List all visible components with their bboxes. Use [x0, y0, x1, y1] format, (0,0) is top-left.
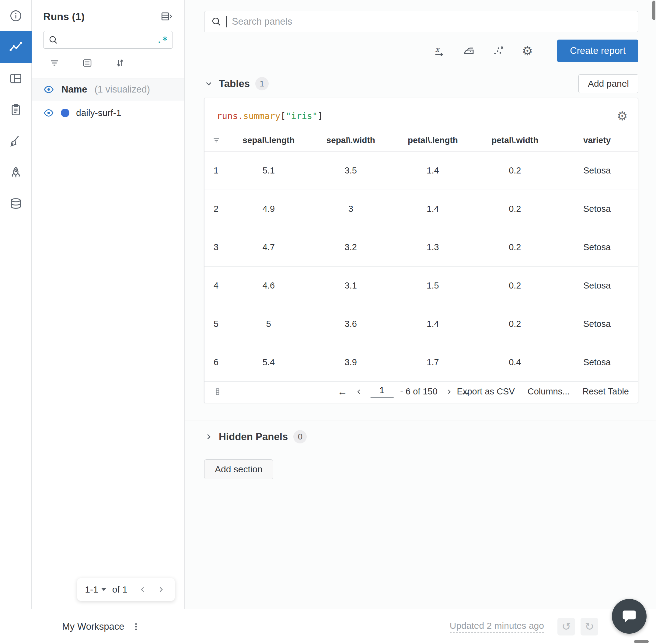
table-footer: ← - 6 of 150 → — [205, 382, 638, 402]
nav-overview[interactable] — [0, 0, 32, 31]
add-section-button[interactable]: Add section — [204, 459, 273, 479]
table-cell: 3.5 — [310, 152, 392, 190]
smoothing-iron-icon — [463, 44, 475, 57]
name-column-label[interactable]: Name — [62, 84, 87, 95]
row-index-link[interactable]: 5 — [205, 305, 228, 343]
reset-table-button[interactable]: Reset Table — [582, 387, 629, 396]
vertical-scrollbar[interactable] — [652, 1, 655, 20]
prev-page-button[interactable] — [354, 387, 364, 396]
table-cell: Setosa — [556, 267, 638, 305]
table-cell: 3.1 — [310, 267, 392, 305]
table-expand-icon — [161, 10, 173, 23]
filter-button[interactable] — [49, 58, 60, 68]
workspace-settings-button[interactable]: ⚙ — [522, 45, 533, 57]
info-icon — [9, 9, 23, 23]
table-cell: Setosa — [556, 343, 638, 382]
row-index-link[interactable]: 3 — [205, 228, 228, 267]
visibility-all-toggle[interactable] — [43, 84, 54, 95]
column-header[interactable]: sepal\.width — [310, 129, 392, 152]
rows-icon — [214, 388, 221, 396]
runs-header: Runs (1) — [32, 0, 184, 23]
nav-workspace[interactable] — [0, 31, 32, 63]
bottom-bar: My Workspace Updated 2 minutes ago ↺ ↻ — [0, 609, 656, 644]
row-index-link[interactable]: 4 — [205, 267, 228, 305]
nav-launch[interactable] — [0, 157, 32, 188]
eye-icon — [43, 84, 54, 95]
column-header[interactable]: petal\.length — [392, 129, 474, 152]
table-cell: 3.2 — [310, 228, 392, 267]
section-title[interactable]: Tables — [219, 78, 250, 90]
workspace-main: x — [185, 0, 656, 609]
table-cell: 0.2 — [474, 267, 556, 305]
nav-logs[interactable] — [0, 94, 32, 125]
panels-icon — [9, 72, 23, 85]
row-index-link[interactable]: 6 — [205, 343, 228, 382]
outliers-button[interactable] — [492, 44, 505, 57]
panel-search-input[interactable] — [232, 16, 631, 27]
runs-toolbar — [49, 58, 184, 68]
nav-sweeps[interactable] — [0, 125, 32, 157]
add-panel-button[interactable]: Add panel — [579, 74, 638, 93]
next-page-button[interactable] — [444, 387, 454, 396]
chat-bubble-icon — [621, 608, 637, 624]
sort-button[interactable] — [115, 58, 125, 68]
undo-button[interactable]: ↺ — [557, 618, 575, 636]
row-height-button[interactable] — [214, 388, 221, 396]
nav-artifacts[interactable] — [0, 188, 32, 220]
search-icon — [48, 35, 58, 45]
page-range-dropdown[interactable]: 1-1 — [85, 584, 106, 595]
redo-button[interactable]: ↻ — [581, 618, 598, 636]
runs-title: Runs (1) — [43, 10, 85, 23]
run-color-dot[interactable] — [61, 109, 69, 117]
redo-icon: ↻ — [585, 620, 594, 633]
column-filter-button[interactable] — [205, 129, 228, 152]
app-shell: Runs (1) .* — [0, 0, 656, 609]
row-index-link[interactable]: 2 — [205, 190, 228, 228]
chevron-left-icon — [138, 585, 147, 594]
rocket-icon — [9, 166, 23, 179]
table-row: 1 5.1 3.5 1.4 0.2 Setosa — [205, 152, 638, 190]
runs-search-input[interactable] — [62, 35, 153, 45]
x-axis-icon: x — [433, 44, 445, 57]
first-page-button[interactable]: ← — [337, 387, 347, 396]
table-cell: 0.2 — [474, 228, 556, 267]
column-header[interactable]: petal\.width — [474, 129, 556, 152]
row-index-link[interactable]: 1 — [205, 152, 228, 190]
table-cell: 3.6 — [310, 305, 392, 343]
collapse-section-button[interactable] — [204, 79, 213, 88]
expand-section-button[interactable] — [204, 432, 213, 441]
text-caret — [226, 16, 227, 27]
chevron-right-icon — [204, 432, 213, 441]
run-name[interactable]: daily-surf-1 — [76, 108, 121, 118]
kebab-icon — [132, 622, 141, 631]
page-number-input[interactable] — [370, 385, 393, 398]
workspace-name[interactable]: My Workspace — [62, 621, 124, 632]
table-cell: Setosa — [556, 152, 638, 190]
group-button[interactable] — [82, 58, 93, 68]
section-title[interactable]: Hidden Panels — [219, 431, 288, 442]
chevron-down-icon — [204, 79, 213, 88]
expand-table-button[interactable] — [161, 10, 173, 23]
panel-settings-button[interactable]: ⚙ — [617, 110, 628, 122]
columns-button[interactable]: Columns... — [528, 387, 570, 396]
workspace-toolbar: x — [204, 40, 638, 62]
workspace-menu-button[interactable] — [132, 622, 141, 631]
create-report-button[interactable]: Create report — [557, 40, 638, 62]
last-page-button[interactable]: → — [461, 387, 470, 396]
scatter-points-icon — [492, 44, 505, 57]
column-header[interactable]: variety — [556, 129, 638, 152]
help-chat-button[interactable] — [612, 599, 647, 634]
column-header[interactable]: sepal\.length — [228, 129, 310, 152]
next-page-button[interactable] — [155, 583, 167, 596]
prev-page-button[interactable] — [137, 583, 149, 596]
nav-runs-table[interactable] — [0, 63, 32, 94]
x-axis-settings-button[interactable]: x — [433, 44, 445, 57]
smoothing-button[interactable] — [463, 44, 475, 57]
group-icon — [82, 58, 93, 68]
run-list-item[interactable]: daily-surf-1 — [32, 100, 184, 125]
regex-toggle[interactable]: .* — [157, 35, 168, 45]
horizontal-scrollbar[interactable] — [634, 640, 649, 643]
table-row: 3 4.7 3.2 1.3 0.2 Setosa — [205, 228, 638, 267]
page-of-label: of 1 — [112, 584, 127, 595]
visibility-toggle[interactable] — [43, 108, 54, 118]
